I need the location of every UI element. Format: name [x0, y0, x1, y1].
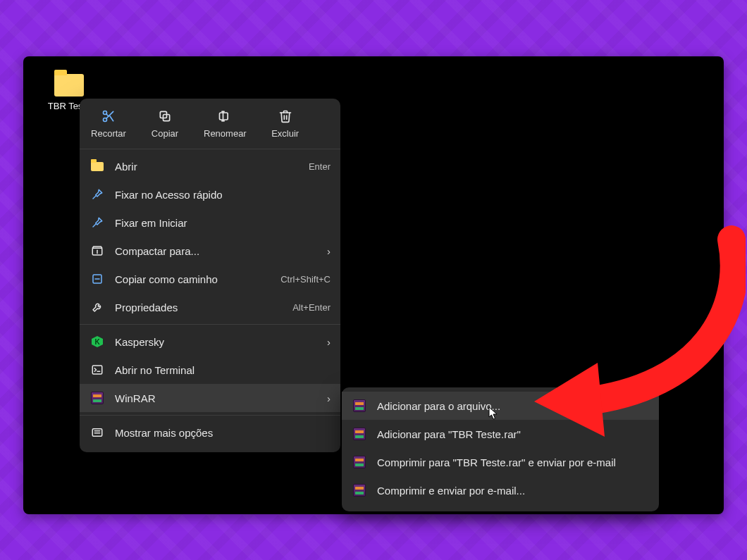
more-options-icon: [89, 425, 105, 440]
archive-icon: [89, 243, 105, 259]
svg-rect-13: [92, 366, 102, 374]
svg-line-9: [93, 224, 96, 227]
wrench-icon: [89, 299, 105, 315]
copy-label: Copiar: [152, 128, 178, 139]
context-menu: Recortar Copiar Renomear Excluir: [80, 99, 340, 452]
copy-path-icon: [89, 271, 105, 287]
submenu-compress-email[interactable]: Comprimir e enviar por e-mail...: [342, 476, 659, 504]
winrar-submenu: Adicionar para o arquivo... Adicionar pa…: [342, 387, 659, 511]
menu-winrar[interactable]: WinRAR ›: [80, 384, 340, 412]
menu-open-shortcut: Enter: [309, 161, 331, 172]
menu-properties-label: Propriedades: [115, 301, 276, 313]
pin-start-icon: [89, 215, 105, 230]
menu-divider: [80, 415, 340, 416]
folder-icon: [54, 74, 84, 97]
menu-properties[interactable]: Propriedades Alt+Enter: [80, 293, 340, 321]
menu-properties-shortcut: Alt+Enter: [292, 302, 331, 313]
menu-compress-to[interactable]: Compactar para... ›: [80, 237, 340, 265]
chevron-right-icon: ›: [327, 392, 331, 404]
menu-copy-path-shortcut: Ctrl+Shift+C: [280, 274, 331, 285]
context-toolbar: Recortar Copiar Renomear Excluir: [80, 104, 340, 146]
rename-button[interactable]: Renomear: [204, 108, 247, 139]
submenu-add-to-named[interactable]: Adicionar para "TBR Teste.rar": [342, 420, 659, 448]
kaspersky-icon: K: [89, 334, 105, 349]
svg-line-3: [110, 116, 113, 121]
winrar-icon: [352, 426, 367, 442]
chevron-right-icon: ›: [327, 245, 331, 257]
submenu-add-to-archive[interactable]: Adicionar para o arquivo...: [342, 392, 659, 420]
svg-line-8: [93, 196, 96, 199]
menu-show-more[interactable]: Mostrar mais opções: [80, 418, 340, 447]
menu-open-terminal-label: Abrir no Terminal: [115, 364, 331, 376]
menu-winrar-label: WinRAR: [115, 392, 317, 404]
delete-button[interactable]: Excluir: [268, 108, 303, 139]
submenu-compress-email-named-label: Comprimir para "TBR Teste.rar" e enviar …: [377, 456, 616, 468]
winrar-icon: [352, 398, 367, 413]
menu-divider: [80, 149, 340, 149]
folder-open-icon: [89, 158, 105, 174]
winrar-icon: [89, 390, 105, 406]
winrar-icon: [352, 454, 367, 470]
terminal-icon: [89, 362, 105, 378]
svg-line-4: [106, 114, 109, 116]
pin-icon: [89, 187, 105, 202]
menu-pin-quick-label: Fixar no Acesso rápido: [115, 189, 331, 201]
winrar-icon: [352, 483, 367, 498]
menu-open-terminal[interactable]: Abrir no Terminal: [80, 356, 340, 384]
cut-button[interactable]: Recortar: [91, 108, 126, 139]
submenu-compress-email-label: Comprimir e enviar por e-mail...: [377, 485, 525, 497]
menu-kaspersky[interactable]: K Kaspersky ›: [80, 328, 340, 356]
menu-open-label: Abrir: [115, 161, 292, 173]
copy-button[interactable]: Copiar: [147, 108, 183, 139]
scissors-icon: [101, 108, 116, 124]
desktop-frame: TBR Teste Recortar Copiar Renomear: [23, 56, 724, 514]
menu-open[interactable]: Abrir Enter: [80, 152, 340, 180]
menu-show-more-label: Mostrar mais opções: [115, 427, 331, 439]
cut-label: Recortar: [91, 128, 126, 139]
copy-icon: [157, 108, 173, 124]
trash-icon: [278, 108, 293, 124]
delete-label: Excluir: [271, 128, 299, 139]
submenu-add-to-named-label: Adicionar para "TBR Teste.rar": [377, 428, 521, 440]
menu-divider: [80, 324, 340, 325]
menu-pin-start-label: Fixar em Iniciar: [115, 217, 331, 229]
chevron-right-icon: ›: [327, 336, 331, 348]
menu-compress-to-label: Compactar para...: [115, 245, 317, 257]
menu-copy-path[interactable]: Copiar como caminho Ctrl+Shift+C: [80, 265, 340, 293]
menu-pin-quick[interactable]: Fixar no Acesso rápido: [80, 180, 340, 209]
menu-pin-start[interactable]: Fixar em Iniciar: [80, 209, 340, 237]
rename-label: Renomear: [204, 128, 247, 139]
menu-kaspersky-label: Kaspersky: [115, 336, 317, 348]
menu-copy-path-label: Copiar como caminho: [115, 273, 264, 285]
submenu-add-to-archive-label: Adicionar para o arquivo...: [377, 400, 500, 412]
rename-icon: [217, 108, 233, 124]
submenu-compress-email-named[interactable]: Comprimir para "TBR Teste.rar" e enviar …: [342, 448, 659, 476]
